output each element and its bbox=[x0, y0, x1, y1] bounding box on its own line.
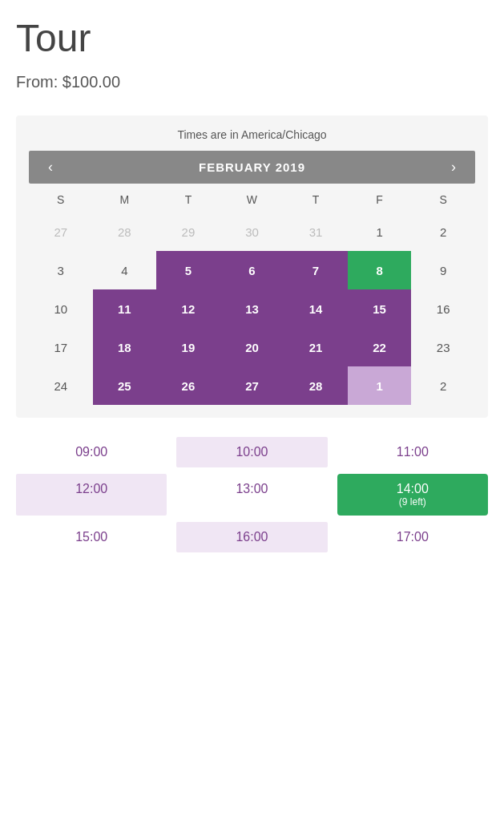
page-title: Tour bbox=[16, 16, 488, 60]
calendar-day[interactable]: 13 bbox=[220, 289, 284, 328]
calendar-week-1: 3456789 bbox=[29, 251, 475, 289]
time-slot-0[interactable]: 09:00 bbox=[16, 437, 167, 467]
calendar-week-4: 242526272812 bbox=[29, 366, 475, 405]
calendar-day[interactable]: 7 bbox=[284, 251, 348, 289]
calendar-day[interactable]: 1 bbox=[348, 366, 412, 405]
calendar-day[interactable]: 19 bbox=[156, 328, 220, 366]
time-slot-1[interactable]: 10:00 bbox=[176, 437, 327, 467]
calendar-day: 1 bbox=[348, 212, 412, 251]
calendar-container: Times are in America/Chicago ‹ FEBRUARY … bbox=[16, 115, 488, 418]
price-label: From: $100.00 bbox=[16, 73, 488, 91]
time-slot-3[interactable]: 12:00 bbox=[16, 474, 167, 516]
calendar-body: 2728293031123456789101112131415161718192… bbox=[29, 212, 475, 405]
calendar-day[interactable]: 12 bbox=[156, 289, 220, 328]
time-slot-7[interactable]: 16:00 bbox=[176, 522, 327, 552]
next-month-button[interactable]: › bbox=[445, 159, 462, 176]
calendar-day: 29 bbox=[156, 212, 220, 251]
calendar-day: 31 bbox=[284, 212, 348, 251]
day-header-6: S bbox=[411, 187, 475, 212]
calendar-day: 17 bbox=[29, 328, 93, 366]
calendar-day: 9 bbox=[411, 251, 475, 289]
calendar-day[interactable]: 11 bbox=[93, 289, 157, 328]
calendar-day: 16 bbox=[411, 289, 475, 328]
time-slot-5[interactable]: 14:00(9 left) bbox=[337, 474, 488, 516]
calendar-day[interactable]: 6 bbox=[220, 251, 284, 289]
calendar-day[interactable]: 27 bbox=[220, 366, 284, 405]
calendar-day: 4 bbox=[93, 251, 157, 289]
calendar-day: 3 bbox=[29, 251, 93, 289]
calendar-day: 10 bbox=[29, 289, 93, 328]
calendar-day[interactable]: 5 bbox=[156, 251, 220, 289]
calendar-day: 2 bbox=[411, 212, 475, 251]
day-header-5: F bbox=[348, 187, 412, 212]
time-slot-2[interactable]: 11:00 bbox=[337, 437, 488, 467]
time-slot-8[interactable]: 17:00 bbox=[337, 522, 488, 552]
day-header-3: W bbox=[220, 187, 284, 212]
calendar-week-0: 272829303112 bbox=[29, 212, 475, 251]
month-year-label: FEBRUARY 2019 bbox=[199, 160, 305, 174]
calendar-day[interactable]: 28 bbox=[284, 366, 348, 405]
calendar-day: 23 bbox=[411, 328, 475, 366]
calendar-header: ‹ FEBRUARY 2019 › bbox=[29, 151, 475, 184]
time-slot-6[interactable]: 15:00 bbox=[16, 522, 167, 552]
calendar-day[interactable]: 8 bbox=[348, 251, 412, 289]
calendar-day: 24 bbox=[29, 366, 93, 405]
calendar-day[interactable]: 20 bbox=[220, 328, 284, 366]
time-slot-4[interactable]: 13:00 bbox=[176, 474, 327, 516]
calendar-day: 28 bbox=[93, 212, 157, 251]
day-header-4: T bbox=[284, 187, 348, 212]
day-header-0: S bbox=[29, 187, 93, 212]
calendar-day[interactable]: 21 bbox=[284, 328, 348, 366]
calendar-day: 2 bbox=[411, 366, 475, 405]
day-headers-row: SMTWTFS bbox=[29, 187, 475, 212]
calendar-day: 27 bbox=[29, 212, 93, 251]
calendar-day[interactable]: 15 bbox=[348, 289, 412, 328]
day-header-1: M bbox=[93, 187, 157, 212]
prev-month-button[interactable]: ‹ bbox=[42, 159, 59, 176]
calendar-day: 30 bbox=[220, 212, 284, 251]
calendar-day[interactable]: 14 bbox=[284, 289, 348, 328]
calendar-grid: SMTWTFS 27282930311234567891011121314151… bbox=[29, 187, 475, 405]
time-slots-grid: 09:0010:0011:0012:0013:0014:00(9 left)15… bbox=[16, 437, 488, 552]
calendar-week-3: 17181920212223 bbox=[29, 328, 475, 366]
calendar-day[interactable]: 26 bbox=[156, 366, 220, 405]
calendar-day[interactable]: 25 bbox=[93, 366, 157, 405]
day-header-2: T bbox=[156, 187, 220, 212]
calendar-day[interactable]: 22 bbox=[348, 328, 412, 366]
calendar-day[interactable]: 18 bbox=[93, 328, 157, 366]
timezone-label: Times are in America/Chicago bbox=[29, 128, 475, 141]
calendar-week-2: 10111213141516 bbox=[29, 289, 475, 328]
